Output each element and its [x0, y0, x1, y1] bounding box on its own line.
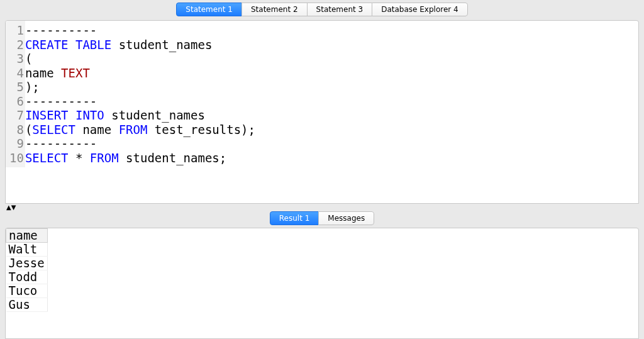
splitter-icon: ▲▼ [6, 204, 16, 211]
result-table[interactable]: nameWaltJesseToddTucoGus [6, 228, 48, 312]
code-line[interactable]: ( [25, 52, 255, 66]
result-tab[interactable]: Messages [318, 211, 374, 225]
table-cell[interactable]: Todd [6, 270, 48, 284]
code-token: FROM [90, 151, 119, 165]
code-token: student_names [111, 38, 212, 52]
result-tabs: Result 1Messages [270, 211, 374, 225]
line-number: 3 [9, 52, 24, 66]
code-token: name [25, 66, 61, 80]
code-token [69, 108, 75, 122]
statement-tabbar: Statement 1Statement 2Statement 3Databas… [0, 0, 644, 20]
tab-label: Database Explorer 4 [381, 3, 458, 16]
table-row[interactable]: Jesse [6, 257, 48, 270]
editor-gutter: 12345678910 [6, 21, 25, 167]
sql-client-window: Statement 1Statement 2Statement 3Databas… [0, 0, 644, 339]
code-token: ---------- [25, 94, 97, 108]
line-number: 7 [9, 108, 24, 123]
table-row[interactable]: Todd [6, 270, 48, 284]
line-number: 5 [9, 80, 24, 94]
editor-code[interactable]: ----------CREATE TABLE student_names(nam… [25, 21, 255, 167]
table-cell[interactable]: Gus [6, 298, 48, 312]
code-token: CREATE [25, 38, 69, 52]
code-token: ---------- [25, 23, 97, 37]
line-number: 1 [9, 23, 24, 38]
statement-tabs: Statement 1Statement 2Statement 3Databas… [176, 3, 467, 16]
code-token: ( [25, 52, 32, 65]
table-cell[interactable]: Tuco [6, 284, 48, 298]
code-line[interactable]: SELECT * FROM student_names; [25, 151, 255, 165]
code-token: INSERT [25, 108, 69, 122]
code-token: SELECT [32, 123, 75, 136]
sql-editor[interactable]: 12345678910 ----------CREATE TABLE stude… [6, 21, 638, 167]
code-token: ---------- [25, 136, 97, 150]
code-token: SELECT [25, 151, 69, 165]
statement-tab[interactable]: Statement 2 [242, 3, 307, 16]
sql-editor-panel: 12345678910 ----------CREATE TABLE stude… [5, 20, 639, 204]
tab-label: Statement 1 [186, 3, 233, 16]
code-token: student_names [104, 108, 205, 122]
line-number: 10 [9, 151, 24, 165]
code-token: TABLE [75, 38, 111, 52]
code-line[interactable]: ); [25, 80, 255, 94]
code-token: ( [25, 123, 32, 136]
statement-tab[interactable]: Statement 1 [176, 3, 242, 16]
column-header[interactable]: name [6, 229, 48, 243]
splitter-handle[interactable]: ▲▼ [5, 204, 639, 210]
table-cell[interactable]: Jesse [6, 257, 48, 270]
table-cell[interactable]: Walt [6, 243, 48, 257]
table-row[interactable]: Tuco [6, 284, 48, 298]
line-number: 4 [9, 66, 24, 81]
code-line[interactable]: name TEXT [25, 66, 255, 81]
table-row[interactable]: Gus [6, 298, 48, 312]
line-number: 8 [9, 123, 24, 137]
line-number: 2 [9, 38, 24, 52]
code-token: * [69, 151, 90, 165]
table-row[interactable]: Walt [6, 243, 48, 257]
code-token: test_results); [147, 123, 255, 136]
code-line[interactable]: CREATE TABLE student_names [25, 38, 255, 52]
code-token [69, 38, 75, 52]
result-tabbar: Result 1Messages [0, 210, 644, 228]
tab-label: Statement 3 [316, 3, 364, 16]
code-line[interactable]: ---------- [25, 136, 255, 151]
code-token: name [75, 123, 119, 136]
code-token: FROM [119, 123, 148, 136]
line-number: 9 [9, 136, 24, 151]
code-line[interactable]: ---------- [25, 23, 255, 38]
tab-label: Messages [328, 212, 365, 225]
result-tab[interactable]: Result 1 [270, 211, 319, 225]
code-token: ); [25, 80, 40, 94]
code-token: TEXT [61, 66, 90, 80]
tab-label: Statement 2 [251, 3, 298, 16]
result-panel: nameWaltJesseToddTucoGus [5, 228, 639, 339]
code-token: student_names; [119, 151, 227, 165]
code-line[interactable]: ---------- [25, 94, 255, 109]
table-header-row: name [6, 229, 48, 243]
code-line[interactable]: (SELECT name FROM test_results); [25, 123, 255, 137]
code-line[interactable]: INSERT INTO student_names [25, 108, 255, 123]
statement-tab[interactable]: Statement 3 [307, 3, 372, 16]
tab-label: Result 1 [279, 212, 310, 225]
line-number: 6 [9, 94, 24, 109]
statement-tab[interactable]: Database Explorer 4 [372, 3, 467, 16]
code-token: INTO [75, 108, 104, 122]
